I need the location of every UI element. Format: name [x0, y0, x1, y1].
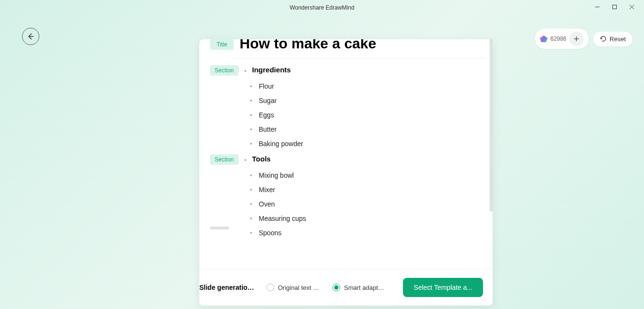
bullet-icon — [250, 217, 252, 219]
bottom-bar: Slide generation ... Original text o... … — [199, 269, 493, 306]
arrow-left-icon — [26, 32, 35, 41]
list-item[interactable]: Spoons — [250, 229, 485, 237]
minimize-button[interactable] — [588, 0, 606, 13]
list-item[interactable]: Baking powder — [250, 140, 485, 148]
maximize-icon — [612, 4, 617, 10]
list-item-text: Oven — [259, 200, 275, 208]
radio-icon-selected — [333, 284, 340, 291]
select-template-button[interactable]: Select Template a... — [403, 278, 483, 297]
reset-icon — [600, 35, 607, 42]
reset-button[interactable]: Reset — [593, 32, 632, 46]
list-item-text: Butter — [259, 126, 276, 133]
bullet-icon — [250, 174, 252, 176]
list-item[interactable]: Mixing bowl — [250, 172, 485, 179]
list-item[interactable]: Oven — [250, 200, 485, 208]
bullet-icon — [250, 114, 252, 116]
radio-original-label: Original text o... — [278, 284, 321, 291]
app-title: Wondershare EdrawMind — [289, 4, 354, 11]
minimize-icon — [595, 4, 600, 10]
bullet-icon — [250, 100, 252, 102]
radio-smart-label: Smart adaptation — [344, 284, 387, 291]
reset-label: Reset — [610, 35, 626, 43]
radio-icon — [266, 284, 274, 291]
plus-icon — [574, 36, 579, 42]
radio-smart-adaptation[interactable]: Smart adaptation — [333, 284, 387, 291]
list-item-text: Baking powder — [259, 140, 303, 148]
list-item[interactable]: Measuring cups — [250, 215, 485, 222]
section-heading[interactable]: Ingredients — [252, 66, 291, 74]
section-row: Section Tools — [210, 154, 485, 165]
section-row: Section Ingredients — [210, 65, 485, 76]
titlebar: Wondershare EdrawMind — [0, 0, 644, 15]
list-item-text: Spoons — [259, 229, 281, 237]
credits-badge[interactable]: 62986 — [535, 29, 588, 49]
list-item-text: Measuring cups — [259, 215, 306, 222]
bullet-icon — [250, 128, 252, 130]
list-item[interactable]: Butter — [250, 126, 485, 133]
list-item[interactable]: Flour — [250, 82, 485, 90]
content-panel: Title How to make a cake Section Ingredi… — [199, 39, 493, 306]
credits-value: 62986 — [551, 35, 566, 42]
scrollbar-thumb[interactable] — [490, 39, 493, 212]
list-item-text: Eggs — [259, 111, 274, 119]
content-scroll-area[interactable]: Title How to make a cake Section Ingredi… — [199, 39, 493, 269]
bullet-icon — [250, 189, 252, 191]
list-item[interactable]: Sugar — [250, 97, 485, 104]
radio-group: Original text o... Smart adaptation — [266, 284, 393, 291]
horizontal-scroll-hint[interactable] — [210, 227, 229, 229]
svg-rect-1 — [612, 5, 616, 9]
list-item[interactable]: Mixer — [250, 186, 485, 194]
list-item-text: Mixing bowl — [259, 172, 294, 179]
list-item-text: Flour — [259, 82, 274, 90]
list-item-text: Mixer — [259, 186, 275, 194]
list-item[interactable]: Eggs — [250, 111, 485, 119]
title-tag: Title — [210, 39, 234, 50]
document-title[interactable]: How to make a cake — [240, 39, 485, 51]
close-icon — [629, 4, 634, 10]
bullet-icon — [244, 70, 246, 72]
section-tag: Section — [210, 154, 239, 165]
credits-icon — [540, 35, 548, 42]
title-row: Title How to make a cake — [210, 39, 485, 51]
add-credits-button[interactable] — [569, 32, 584, 46]
bullet-icon — [250, 232, 252, 234]
close-button[interactable] — [623, 0, 640, 13]
top-actions: 62986 Reset — [535, 29, 632, 49]
bullet-icon — [244, 159, 246, 161]
bullet-icon — [250, 85, 252, 87]
maximize-button[interactable] — [606, 0, 623, 13]
bullet-icon — [250, 143, 252, 145]
window-controls — [588, 0, 640, 13]
section-heading[interactable]: Tools — [252, 155, 271, 163]
separator — [234, 58, 485, 58]
slide-generation-label: Slide generation ... — [199, 284, 257, 291]
bullet-icon — [250, 203, 252, 205]
section-tag: Section — [210, 65, 239, 76]
radio-original-text[interactable]: Original text o... — [266, 284, 321, 291]
list-item-text: Sugar — [259, 97, 276, 104]
back-button[interactable] — [22, 28, 39, 45]
